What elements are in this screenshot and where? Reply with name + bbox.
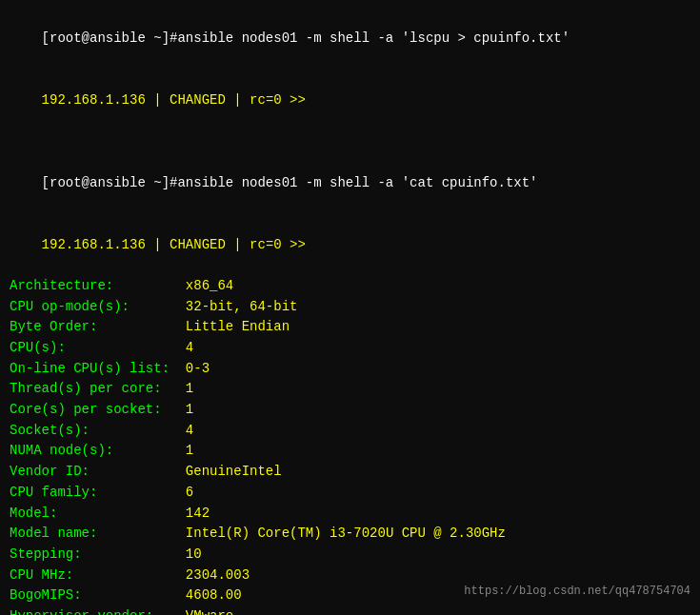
- cpu-label: Hypervisor vendor:: [10, 608, 186, 615]
- cpu-value: 6: [186, 485, 193, 500]
- cpu-value: 1: [186, 402, 193, 417]
- separator-2: |: [226, 92, 250, 108]
- cpu-info-row: CPU MHz: 2304.003: [10, 565, 690, 586]
- cpu-value: GenuineIntel: [186, 464, 282, 479]
- command-line-1: [root@ansible ~]#ansible nodes01 -m shel…: [10, 8, 690, 69]
- changed-2: CHANGED: [170, 237, 226, 252]
- cpu-value: 2304.003: [186, 567, 250, 583]
- cpu-value: 32-bit, 64-bit: [186, 299, 298, 314]
- cpu-value: x86_64: [186, 278, 233, 293]
- terminal: [root@ansible ~]#ansible nodes01 -m shel…: [0, 0, 700, 615]
- command-line-2: [root@ansible ~]#ansible nodes01 -m shel…: [10, 152, 690, 214]
- cpu-value: 4: [186, 423, 193, 438]
- watermark: https://blog.csdn.net/qq478754704: [464, 585, 690, 598]
- cpu-label: NUMA node(s):: [10, 443, 186, 458]
- cpu-info-row: Socket(s): 4: [10, 421, 690, 442]
- cpu-value: 1: [186, 443, 193, 458]
- cpu-label: Stepping:: [10, 546, 186, 562]
- changed-1: CHANGED: [170, 92, 226, 108]
- cpu-info-table: Architecture: x86_64CPU op-mode(s): 32-b…: [10, 276, 690, 615]
- cpu-info-row: Model name: Intel(R) Core(TM) i3-7020U C…: [10, 524, 690, 545]
- cpu-info-row: Byte Order: Little Endian: [10, 317, 690, 338]
- cpu-value: 4: [186, 340, 193, 355]
- cpu-info-row: On-line CPU(s) list: 0-3: [10, 359, 690, 380]
- separator-3: |: [146, 237, 170, 252]
- ip-1: 192.168.1.136: [42, 92, 146, 108]
- cpu-label: BogoMIPS:: [10, 587, 186, 603]
- separator-1: |: [146, 92, 170, 108]
- ip-2: 192.168.1.136: [42, 237, 146, 252]
- rc-2: rc=0 >>: [250, 237, 306, 252]
- cpu-label: CPU op-mode(s):: [10, 299, 186, 314]
- cpu-info-row: CPU op-mode(s): 32-bit, 64-bit: [10, 297, 690, 318]
- cpu-label: Model:: [10, 506, 186, 521]
- cpu-info-row: Thread(s) per core: 1: [10, 379, 690, 400]
- cpu-label: Core(s) per socket:: [10, 402, 186, 417]
- result-line-1: 192.168.1.136 | CHANGED | rc=0 >>: [10, 69, 690, 131]
- cpu-value: 142: [186, 506, 210, 521]
- rc-1: rc=0 >>: [250, 92, 306, 108]
- cpu-label: CPU(s):: [10, 340, 186, 355]
- cpu-label: CPU MHz:: [10, 567, 186, 583]
- cpu-info-row: Stepping: 10: [10, 545, 690, 565]
- command-2: ansible nodes01 -m shell -a 'cat cpuinfo…: [177, 175, 537, 190]
- prompt-2: [root@ansible ~]#: [42, 175, 178, 190]
- cpu-info-row: Hypervisor vendor: VMware: [10, 606, 690, 615]
- cpu-label: Model name:: [10, 526, 186, 541]
- cpu-label: CPU family:: [10, 485, 186, 500]
- command-1: ansible nodes01 -m shell -a 'lscpu > cpu…: [177, 30, 570, 46]
- cpu-value: VMware: [186, 608, 233, 615]
- cpu-value: 0-3: [186, 361, 210, 376]
- cpu-label: Architecture:: [10, 278, 186, 293]
- cpu-value: 10: [186, 546, 202, 562]
- cpu-value: 4608.00: [186, 587, 242, 603]
- cpu-value: Intel(R) Core(TM) i3-7020U CPU @ 2.30GHz: [186, 526, 506, 541]
- result-line-2: 192.168.1.136 | CHANGED | rc=0 >>: [10, 214, 690, 276]
- separator-4: |: [226, 237, 250, 252]
- cpu-info-row: Vendor ID: GenuineIntel: [10, 462, 690, 483]
- cpu-label: Vendor ID:: [10, 464, 186, 479]
- cpu-info-row: Architecture: x86_64: [10, 276, 690, 297]
- cpu-label: Socket(s):: [10, 423, 186, 438]
- cpu-info-row: CPU(s): 4: [10, 338, 690, 359]
- cpu-info-row: NUMA node(s): 1: [10, 441, 690, 462]
- cpu-value: Little Endian: [186, 319, 290, 334]
- cpu-info-row: Core(s) per socket: 1: [10, 400, 690, 421]
- cpu-label: Byte Order:: [10, 319, 186, 334]
- cpu-label: On-line CPU(s) list:: [10, 361, 186, 376]
- prompt-1: [root@ansible ~]#: [42, 30, 178, 46]
- cpu-info-row: CPU family: 6: [10, 483, 690, 504]
- blank-1: [10, 131, 690, 152]
- cpu-value: 1: [186, 381, 193, 396]
- cpu-label: Thread(s) per core:: [10, 381, 186, 396]
- cpu-info-row: Model: 142: [10, 504, 690, 525]
